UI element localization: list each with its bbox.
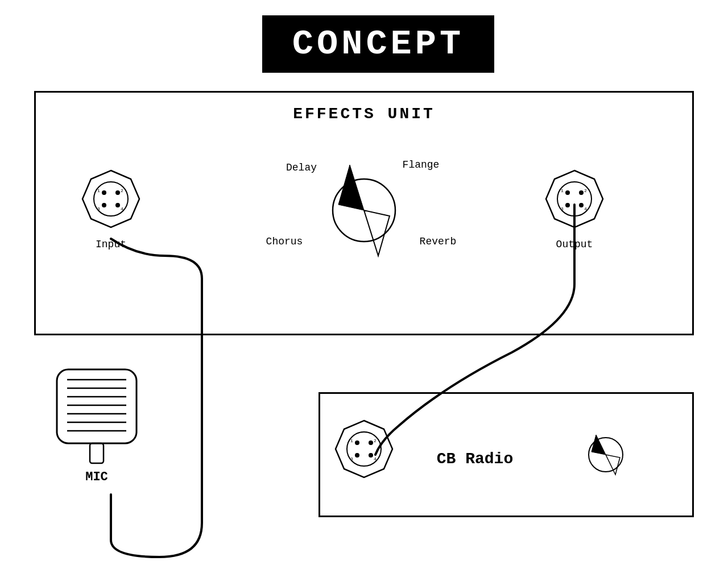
concept-title-box: CONCEPT [262,15,494,73]
page-container: CONCEPT EFFECTS UNIT 1 [0,0,728,582]
effects-unit-box [34,91,694,335]
mic-body [57,369,136,443]
effects-unit-title: EFFECTS UNIT [34,105,694,123]
mic-label: MIC [85,470,108,484]
concept-title: CONCEPT [292,24,464,64]
cb-radio-box [318,392,694,517]
svg-rect-41 [90,443,104,463]
